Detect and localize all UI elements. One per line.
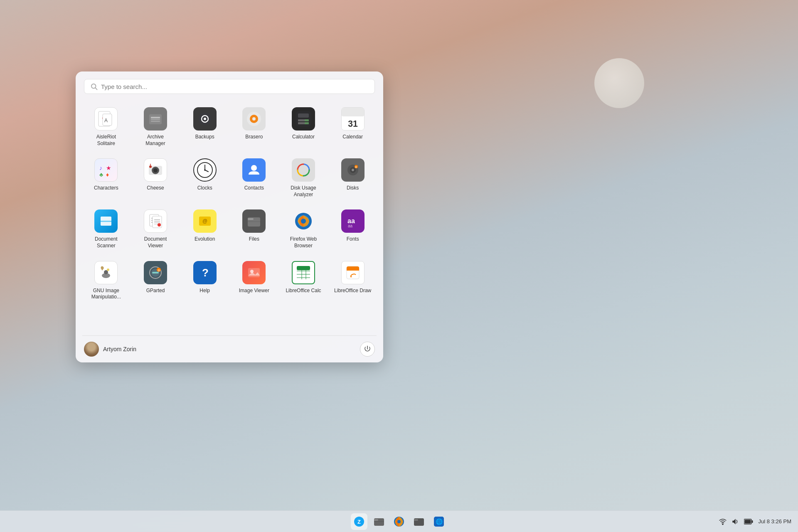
aisle-riot-label: AisleRiot Solitaire [87, 134, 125, 147]
app-characters[interactable]: ♪ ★ ♣ ♦ Characters [82, 153, 130, 203]
avatar-image [84, 342, 99, 357]
search-icon [90, 83, 98, 90]
app-gparted[interactable]: ⚙ GParted [132, 256, 180, 305]
calendar-label: Calendar [342, 134, 363, 140]
taskbar-zorin-menu[interactable]: Z [351, 513, 367, 530]
app-clocks[interactable]: Clocks [181, 153, 229, 203]
cheese-icon [144, 158, 167, 182]
user-info[interactable]: Artyom Zorin [84, 342, 136, 357]
svg-rect-63 [248, 218, 254, 220]
doc-scanner-icon [94, 209, 118, 233]
app-firefox[interactable]: Firefox Web Browser [280, 204, 328, 254]
firefox-label: Firefox Web Browser [285, 236, 322, 249]
clocks-icon [193, 158, 217, 182]
aisle-riot-icon: ♥ A [94, 107, 118, 131]
disks-icon: ⚙ [341, 158, 365, 182]
svg-point-12 [204, 118, 206, 120]
lo-calc-label: LibreOffice Calc [286, 288, 321, 294]
moon-decoration [594, 58, 644, 108]
search-wrapper[interactable] [84, 79, 375, 94]
doc-scanner-label: Document Scanner [87, 236, 125, 249]
svg-text:?: ? [202, 266, 209, 279]
help-label: Help [200, 288, 210, 294]
calculator-label: Calculator [292, 134, 315, 140]
battery-icon [744, 518, 753, 525]
gparted-label: GParted [146, 288, 165, 294]
svg-rect-17 [298, 113, 309, 118]
app-help[interactable]: ? Help [181, 256, 229, 305]
svg-point-33 [153, 168, 158, 172]
app-lo-calc[interactable]: LibreOffice Calc [280, 256, 328, 305]
time-display: 3:26 PM [771, 518, 791, 525]
svg-point-39 [204, 169, 206, 171]
app-calendar[interactable]: 31 Calendar [329, 102, 377, 152]
taskbar-right: Jul 8 3:26 PM [447, 518, 791, 525]
username: Artyom Zorin [103, 346, 136, 352]
app-doc-scanner[interactable]: Document Scanner [82, 204, 130, 254]
disk-usage-label: Disk Usage Analyzer [285, 185, 322, 198]
files-label: Files [249, 236, 259, 243]
disks-label: Disks [347, 185, 359, 192]
app-calculator[interactable]: Calculator [280, 102, 328, 152]
svg-rect-24 [342, 108, 364, 116]
taskbar-center: Z [351, 513, 447, 530]
archive-manager-icon [144, 107, 167, 131]
svg-rect-20 [305, 119, 309, 121]
app-gimp[interactable]: GNU Image Manipulatio... [82, 256, 130, 305]
taskbar-web[interactable]: 🌐 [431, 513, 447, 530]
launcher-footer: Artyom Zorin [76, 336, 383, 362]
app-contacts[interactable]: Contacts [230, 153, 278, 203]
app-fonts[interactable]: aa aa Fonts [329, 204, 377, 254]
svg-point-67 [301, 219, 306, 224]
search-input[interactable] [101, 83, 369, 90]
svg-text:A: A [104, 118, 108, 123]
app-doc-viewer[interactable]: Document Viewer [132, 204, 180, 254]
fonts-icon: aa aa [341, 209, 365, 233]
svg-rect-76 [152, 272, 159, 273]
app-evolution[interactable]: @ Evolution [181, 204, 229, 254]
app-disk-usage[interactable]: Disk Usage Analyzer [280, 153, 328, 203]
taskbar-files[interactable] [371, 513, 387, 530]
svg-rect-91 [347, 269, 359, 271]
taskbar: Z [0, 510, 798, 532]
svg-text:⚙: ⚙ [355, 166, 357, 168]
app-aisle-riot[interactable]: ♥ A AisleRiot Solitaire [82, 102, 130, 152]
search-bar [76, 71, 383, 99]
svg-rect-100 [414, 519, 418, 521]
clocks-label: Clocks [197, 185, 212, 192]
characters-label: Characters [94, 185, 118, 192]
app-cheese[interactable]: Cheese [132, 153, 180, 203]
backups-icon [193, 107, 217, 131]
svg-text:31: 31 [348, 119, 358, 128]
firefox-icon [292, 209, 315, 233]
taskbar-firefox[interactable] [391, 513, 407, 530]
svg-point-98 [397, 520, 401, 523]
app-brasero[interactable]: Brasero [230, 102, 278, 152]
volume-icon [732, 518, 739, 525]
app-files[interactable]: Files [230, 204, 278, 254]
app-image-viewer[interactable]: Image Viewer [230, 256, 278, 305]
app-archive-manager[interactable]: Archive Manager [132, 102, 180, 152]
svg-text:aa: aa [348, 224, 353, 228]
power-button[interactable] [360, 342, 375, 357]
lo-calc-icon [292, 261, 315, 284]
gimp-icon [94, 261, 118, 284]
app-disks[interactable]: ⚙ Disks [329, 153, 377, 203]
svg-rect-16 [296, 111, 311, 127]
taskbar-files2[interactable] [411, 513, 427, 530]
svg-text:♪: ♪ [99, 165, 102, 171]
app-launcher: ♥ A AisleRiot Solitaire [76, 71, 383, 362]
svg-line-1 [95, 88, 97, 89]
svg-rect-107 [745, 520, 751, 523]
svg-rect-9 [151, 121, 160, 122]
svg-text:★: ★ [106, 165, 111, 171]
date-display: Jul 8 [758, 518, 769, 525]
svg-text:⚙: ⚙ [158, 269, 160, 272]
calculator-icon [292, 107, 315, 131]
app-lo-draw[interactable]: LibreOffice Draw [329, 256, 377, 305]
characters-icon: ♪ ★ ♣ ♦ [94, 158, 118, 182]
app-backups[interactable]: Backups [181, 102, 229, 152]
svg-point-73 [107, 268, 109, 271]
svg-rect-83 [297, 266, 310, 270]
svg-rect-23 [305, 122, 309, 124]
